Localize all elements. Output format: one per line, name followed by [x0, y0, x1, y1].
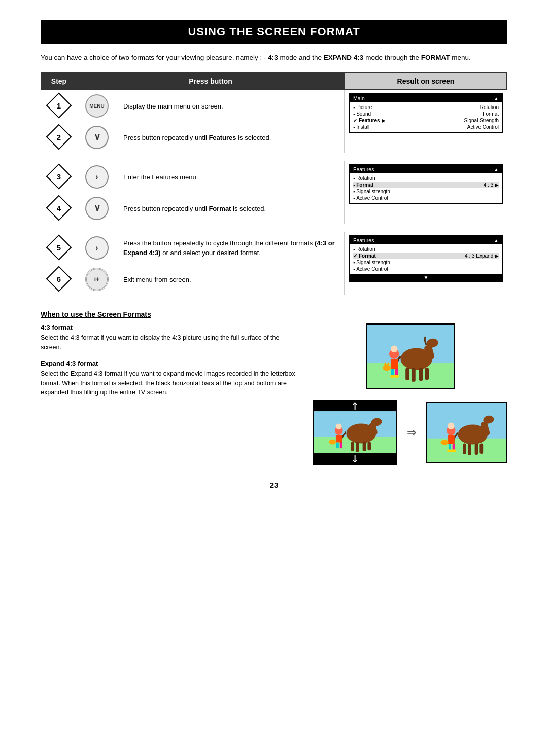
result-box-1: Main ▲ ▪ Picture Rotation — [349, 93, 503, 133]
svg-rect-6 — [412, 368, 416, 382]
step-1-diamond: 1 — [46, 92, 72, 118]
svg-rect-10 — [391, 359, 398, 369]
info-button[interactable]: i+ — [85, 268, 109, 291]
step-1-number: 1 — [57, 101, 61, 110]
press-button-header: Press button — [77, 73, 345, 90]
letterbox-content — [314, 412, 396, 453]
check-icon: ✓ — [353, 118, 357, 123]
bullet-icon: ▪ — [353, 176, 355, 181]
svg-rect-26 — [363, 442, 366, 452]
expand-side-arrow-icon: ⇒ — [407, 426, 416, 439]
bullet-icon: ▪ — [353, 183, 355, 188]
menu-button[interactable]: MENU — [85, 94, 109, 118]
v-button-1[interactable]: ∨ — [85, 126, 109, 149]
feat2-format-val: 4 : 3 ▶ — [484, 182, 499, 188]
svg-point-18 — [394, 375, 399, 378]
svg-rect-25 — [356, 442, 359, 452]
step-3-number: 3 — [57, 172, 61, 181]
format-43-desc: Select the 4:3 format if you want to dis… — [41, 333, 298, 352]
svg-rect-5 — [405, 368, 409, 380]
svg-rect-31 — [336, 443, 339, 449]
svg-point-48 — [440, 440, 449, 445]
format-expand-desc: Select the Expand 4:3 format if you want… — [41, 369, 298, 398]
feat3-rotation: Rotation — [356, 246, 375, 252]
svg-rect-42 — [480, 444, 483, 454]
step-1-desc: Display the main menu on screen. — [123, 102, 223, 110]
table-row: 3 › Enter the Features menu. Features ▲ — [41, 161, 507, 193]
page-title: USING THE SCREEN FORMAT — [41, 20, 507, 44]
bullet-icon: ▪ — [353, 105, 355, 110]
arrow-up-icon: ▲ — [494, 238, 499, 243]
bullet-icon: ▪ — [353, 260, 355, 265]
format-section: 4:3 format Select the 4:3 format if you … — [41, 323, 507, 465]
step-6-number: 6 — [57, 274, 61, 283]
arrow-right-icon: ▶ — [382, 118, 386, 123]
menu-active-control: Active Control — [467, 124, 499, 130]
black-bar-bottom — [314, 453, 396, 464]
arrow-up-icon: ▲ — [494, 167, 499, 172]
step-2-desc: Press button repeatedly until Features i… — [123, 134, 271, 141]
svg-rect-39 — [463, 444, 466, 454]
check-icon: ✓ — [353, 253, 357, 259]
step-4-number: 4 — [57, 203, 61, 212]
svg-rect-8 — [425, 368, 429, 380]
step-3-desc: Enter the Features menu. — [123, 173, 198, 181]
feat3-signal: Signal strength — [356, 260, 390, 265]
format-43-image — [366, 323, 455, 389]
feat3-format: Format — [359, 253, 376, 259]
svg-rect-27 — [367, 442, 371, 451]
format-43-title: 4:3 format — [41, 323, 298, 331]
step-header: Step — [41, 73, 77, 90]
format-images-row: ⇑ ⇓ ⇒ — [313, 400, 507, 465]
svg-point-11 — [391, 346, 398, 353]
step-6-desc: Exit menu from screen. — [123, 276, 191, 283]
bullet-icon: ▪ — [353, 267, 355, 272]
format-left: 4:3 format Select the 4:3 format if you … — [41, 323, 298, 405]
svg-rect-7 — [419, 368, 423, 381]
step-3-diamond: 3 — [46, 163, 72, 189]
bullet-icon: ▪ — [353, 247, 355, 252]
feat2-rotation: Rotation — [356, 175, 375, 181]
feat2-signal: Signal strength — [356, 189, 390, 194]
step-2-number: 2 — [57, 132, 61, 141]
arrow-up-icon: ▲ — [494, 96, 499, 101]
svg-point-30 — [336, 424, 342, 430]
v-button-2[interactable]: ∨ — [85, 197, 109, 220]
table-row: 5 › Press the button repeatedly to cycle… — [41, 232, 507, 264]
svg-point-45 — [448, 423, 455, 430]
feat3-format-val: 4 : 3 Expand ▶ — [465, 253, 499, 259]
when-heading: When to use the Screen Formats — [41, 310, 507, 318]
menu-features: Features — [359, 118, 380, 123]
result-screen-2: Features ▲ ▪ Rotation ▪ — [345, 161, 507, 224]
result1-title: Main — [353, 95, 365, 101]
format-expand-section: Expand 4:3 format Select the Expand 4:3 … — [41, 359, 298, 398]
arrow-right-button-1[interactable]: › — [85, 165, 109, 189]
feat2-format: Format — [356, 182, 373, 188]
menu-signal-strength: Signal Strength — [464, 118, 499, 123]
arrow-right-button-2[interactable]: › — [85, 236, 109, 260]
format-expand-title: Expand 4:3 format — [41, 359, 298, 367]
step-6-diamond: 6 — [46, 266, 72, 292]
svg-rect-40 — [468, 444, 471, 455]
table-row: 1 MENU Display the main menu on screen. … — [41, 90, 507, 122]
menu-picture: Picture — [356, 104, 372, 110]
result-screen-1: Main ▲ ▪ Picture Rotation — [345, 90, 507, 153]
step-5-diamond: 5 — [46, 234, 72, 260]
bullet-icon: ▪ — [353, 196, 355, 201]
result-screen-3: Features ▲ ▪ Rotation ✓ — [345, 232, 507, 295]
svg-rect-29 — [336, 435, 342, 443]
intro-text: You can have a choice of two formats for… — [41, 53, 507, 63]
steps-table: Step Press button Result on screen 1 MEN… — [41, 72, 507, 295]
svg-rect-24 — [351, 442, 354, 451]
page-number: 23 — [41, 481, 507, 489]
result3-title: Features — [353, 237, 374, 243]
svg-rect-44 — [448, 435, 455, 444]
menu-install: Install — [356, 124, 369, 130]
result-header: Result on screen — [345, 73, 507, 90]
format-expanded-image — [426, 402, 507, 463]
format-letterbox-image: ⇑ ⇓ — [313, 400, 397, 465]
svg-point-14 — [383, 365, 391, 371]
result-box-3: Features ▲ ▪ Rotation ✓ — [349, 235, 503, 282]
format-images-column: ⇑ ⇓ ⇒ — [313, 323, 507, 465]
result-box-2: Features ▲ ▪ Rotation ▪ — [349, 164, 503, 204]
